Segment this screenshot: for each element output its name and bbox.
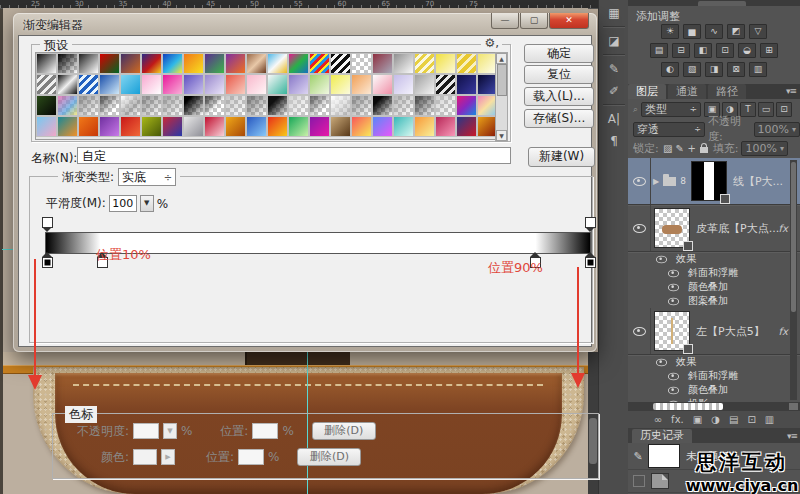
reset-button[interactable]: 复位 <box>524 65 594 84</box>
gradient-preset-swatch[interactable] <box>394 75 413 94</box>
lock-all-icon[interactable] <box>700 147 708 153</box>
gradient-preset-swatch[interactable] <box>58 117 77 136</box>
gradient-preset-swatch[interactable] <box>373 117 392 136</box>
effect-eye-icon[interactable] <box>667 269 678 277</box>
effect-row[interactable]: 斜面和浮雕 <box>628 266 800 280</box>
layer-thumbnail[interactable] <box>654 208 690 248</box>
color-stop-0[interactable] <box>42 257 53 268</box>
opacity-stop-right[interactable] <box>585 217 596 228</box>
lock-transparency-icon[interactable]: ▨ <box>662 143 674 154</box>
gradient-preset-swatch[interactable] <box>184 117 203 136</box>
gradient-preset-swatch[interactable] <box>184 54 203 73</box>
gradient-preset-swatch[interactable] <box>205 117 224 136</box>
new-adjustment-icon[interactable]: ◑ <box>711 412 720 427</box>
new-button[interactable]: 新建(W) <box>528 147 595 167</box>
maximize-button[interactable]: ▢ <box>520 13 548 29</box>
layer-mask-icon[interactable]: ▣ <box>693 412 702 427</box>
close-button[interactable]: ✕ <box>549 13 589 29</box>
gradient-preset-swatch[interactable] <box>457 117 476 136</box>
gradient-preset-swatch[interactable] <box>142 54 161 73</box>
gradient-preset-swatch[interactable] <box>37 96 56 115</box>
gradient-preset-swatch[interactable] <box>289 117 308 136</box>
gradient-preset-swatch[interactable] <box>184 75 203 94</box>
layer-name[interactable]: 皮革底【P大点... <box>696 221 779 236</box>
gradient-preset-swatch[interactable] <box>436 96 455 115</box>
gradient-preset-swatch[interactable] <box>142 75 161 94</box>
gradient-preset-swatch[interactable] <box>436 54 455 73</box>
gradient-preset-swatch[interactable] <box>415 75 434 94</box>
stop-opacity-input[interactable] <box>133 423 159 439</box>
channel-mixer-icon[interactable]: ◒ <box>738 43 756 58</box>
panel-menu-icon[interactable]: ▾≡ <box>786 84 800 99</box>
color-stop-100[interactable] <box>585 257 596 268</box>
brush-presets-panel-icon[interactable]: ✎ <box>602 60 626 78</box>
new-group-icon[interactable]: ▤ <box>729 412 738 427</box>
gradient-preset-swatch[interactable] <box>163 96 182 115</box>
gradient-preset-swatch[interactable] <box>121 117 140 136</box>
gradient-preset-swatch[interactable] <box>415 117 434 136</box>
gradient-preset-swatch[interactable] <box>352 75 371 94</box>
threshold-icon[interactable]: ◨ <box>705 62 723 77</box>
effect-eye-icon[interactable] <box>667 283 678 291</box>
gradient-preset-swatch[interactable] <box>184 96 203 115</box>
gradient-preset-swatch[interactable] <box>331 117 350 136</box>
new-layer-icon[interactable]: ⊡ <box>747 412 755 427</box>
gradient-preset-swatch[interactable] <box>79 96 98 115</box>
gradient-preset-swatch[interactable] <box>205 54 224 73</box>
smart-object-filter-icon[interactable]: ⊡ <box>776 102 792 117</box>
tab-路径[interactable]: 路径 <box>708 84 746 99</box>
gradient-preset-swatch[interactable] <box>352 117 371 136</box>
gradient-preset-swatch[interactable] <box>331 75 350 94</box>
stop-color-swatch[interactable] <box>133 449 157 465</box>
layer-row[interactable]: 皮革底【P大点...fx▴ <box>628 205 800 252</box>
lock-position-icon[interactable]: + <box>686 143 698 154</box>
gradient-preset-swatch[interactable] <box>79 75 98 94</box>
history-menu-icon[interactable]: ▾≡ <box>787 431 797 441</box>
gradient-preset-swatch[interactable] <box>247 117 266 136</box>
stop-color-arrow-icon[interactable]: ▶ <box>161 449 175 465</box>
gradient-preset-swatch[interactable] <box>373 54 392 73</box>
gradient-preset-swatch[interactable] <box>394 96 413 115</box>
gradient-preset-swatch[interactable] <box>226 96 245 115</box>
layers-horizontal-scrollbar[interactable] <box>628 402 800 411</box>
gradient-preset-swatch[interactable] <box>58 75 77 94</box>
gradient-preset-swatch[interactable] <box>100 54 119 73</box>
gradient-type-select[interactable]: 实底÷ <box>118 168 176 186</box>
styles-panel-icon[interactable]: ◪ <box>602 32 626 50</box>
tab-图层[interactable]: 图层 <box>628 84 666 99</box>
effect-row[interactable]: 颜色叠加 <box>628 280 800 294</box>
brightness-contrast-icon[interactable]: ☀ <box>661 24 679 39</box>
fx-badge[interactable]: fx <box>779 223 790 234</box>
gradient-preset-swatch[interactable] <box>394 54 413 73</box>
gradient-preset-swatch[interactable] <box>205 75 224 94</box>
shape-filter-icon[interactable]: ▭ <box>758 102 774 117</box>
layer-name[interactable]: 线【P大... <box>733 174 783 189</box>
blend-mode-select[interactable]: 穿透÷ <box>633 122 705 137</box>
gradient-preset-swatch[interactable] <box>394 117 413 136</box>
delete-color-stop-button[interactable]: 删除(D) <box>297 448 361 466</box>
color-lookup-icon[interactable]: ⊞ <box>760 43 778 58</box>
tab-通道[interactable]: 通道 <box>668 84 706 99</box>
smoothness-dropdown-icon[interactable]: ▼ <box>140 195 154 212</box>
gradient-preset-swatch[interactable] <box>310 117 329 136</box>
effect-eye-icon[interactable] <box>655 358 666 366</box>
gradient-preset-swatch[interactable] <box>310 54 329 73</box>
gradient-preset-swatch[interactable] <box>121 54 140 73</box>
photo-filter-icon[interactable]: ⊡ <box>716 43 734 58</box>
gradient-preset-swatch[interactable] <box>100 75 119 94</box>
gradient-preset-swatch[interactable] <box>79 54 98 73</box>
gradient-preset-swatch[interactable] <box>100 96 119 115</box>
gradient-preset-swatch[interactable] <box>352 54 371 73</box>
gradient-preset-swatch[interactable] <box>457 75 476 94</box>
scroll-down-icon[interactable]: ▼ <box>496 130 507 141</box>
visibility-eye-icon[interactable] <box>633 224 646 233</box>
invert-icon[interactable]: ◐ <box>661 62 679 77</box>
gradient-preset-swatch[interactable] <box>142 117 161 136</box>
gradient-preset-swatch[interactable] <box>226 117 245 136</box>
delete-layer-icon[interactable]: ▥ <box>765 412 774 427</box>
gradient-preset-swatch[interactable] <box>205 96 224 115</box>
gradient-preset-swatch[interactable] <box>373 75 392 94</box>
gradient-preset-swatch[interactable] <box>58 54 77 73</box>
gradient-preset-swatch[interactable] <box>310 75 329 94</box>
curves-icon[interactable]: ∿ <box>705 24 723 39</box>
